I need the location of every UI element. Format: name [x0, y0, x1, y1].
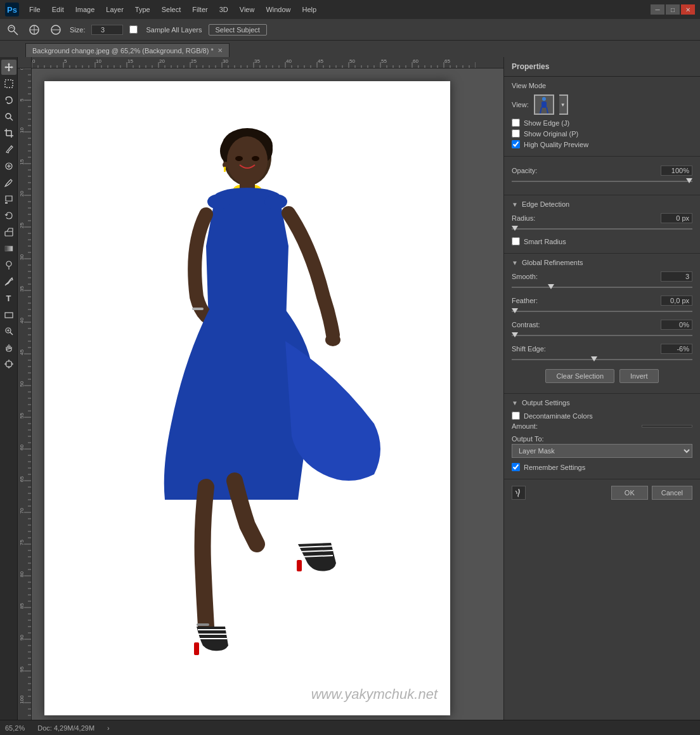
output-to-select[interactable]: Layer Mask New Layer New Layer with Laye…: [512, 444, 692, 458]
decontaminate-colors-checkbox[interactable]: [512, 412, 520, 420]
gradient-tool[interactable]: [1, 241, 16, 256]
sample-all-layers-checkbox[interactable]: [129, 25, 138, 34]
menu-help[interactable]: Help: [297, 4, 322, 15]
svg-rect-45: [197, 623, 209, 626]
menu-image[interactable]: Image: [70, 4, 100, 15]
shift-edge-thumb[interactable]: [591, 356, 597, 361]
show-original-checkbox[interactable]: [512, 129, 520, 138]
contrast-row: Contrast: 0%: [512, 320, 692, 330]
maximize-button[interactable]: □: [666, 4, 680, 15]
clear-selection-button[interactable]: Clear Selection: [545, 369, 614, 383]
close-button[interactable]: ✕: [681, 4, 695, 15]
show-edge-checkbox[interactable]: [512, 119, 520, 127]
edge-detection-title[interactable]: ▼ Edge Detection: [512, 200, 692, 208]
eraser-tool[interactable]: [1, 224, 16, 240]
view-preview-button[interactable]: [534, 94, 554, 115]
brush-mode-icon[interactable]: [27, 22, 42, 37]
menu-type[interactable]: Type: [130, 4, 155, 15]
svg-line-9: [10, 118, 13, 120]
contrast-thumb[interactable]: [512, 332, 518, 337]
dodge-tool[interactable]: [1, 257, 16, 273]
global-refinements-title[interactable]: ▼ Global Refinements: [512, 259, 692, 266]
heal-tool[interactable]: [1, 159, 16, 174]
amount-value[interactable]: [642, 425, 692, 427]
view-dropdown-arrow[interactable]: ▼: [559, 94, 568, 115]
shift-edge-row: Shift Edge: -6%: [512, 344, 692, 354]
tab-label: Background change.jpeg @ 65,2% (Backgrou…: [32, 47, 214, 55]
feather-label: Feather:: [512, 297, 538, 304]
history-brush-tool[interactable]: [1, 208, 16, 223]
canvas-area[interactable]: www.yakymchuk.net: [18, 57, 503, 720]
minimize-button[interactable]: ─: [651, 4, 664, 15]
output-settings-title[interactable]: ▼ Output Settings: [512, 399, 692, 407]
feather-slider[interactable]: [512, 307, 692, 316]
menu-window[interactable]: Window: [261, 4, 295, 15]
clone-tool[interactable]: [1, 192, 16, 207]
svg-rect-46: [297, 560, 302, 571]
opacity-value[interactable]: 100%: [661, 166, 692, 176]
feather-value[interactable]: 0,0 px: [661, 296, 692, 306]
svg-rect-22: [5, 313, 13, 318]
shift-edge-slider[interactable]: [512, 355, 692, 364]
status-bar: 65,2% Doc: 4,29M/4,29M ›: [0, 720, 700, 735]
nav-arrow[interactable]: ›: [107, 724, 110, 732]
hand-tool[interactable]: [1, 340, 16, 355]
contrast-slider[interactable]: [512, 331, 692, 340]
doc-size: Doc: 4,29M/4,29M: [37, 724, 94, 732]
radius-slider[interactable]: [512, 224, 692, 233]
high-quality-preview-checkbox[interactable]: [512, 140, 520, 148]
menu-select[interactable]: Select: [157, 4, 186, 15]
selection-tool[interactable]: [1, 76, 16, 91]
shape-tool[interactable]: [1, 307, 16, 322]
opacity-thumb[interactable]: [686, 178, 692, 183]
menu-file[interactable]: File: [24, 4, 46, 15]
feather-row: Feather: 0,0 px: [512, 296, 692, 306]
pen-tool[interactable]: [1, 274, 16, 289]
move-tool[interactable]: [1, 60, 16, 75]
smooth-thumb[interactable]: [548, 284, 554, 289]
global-refinements-section: ▼ Global Refinements Smooth: 3 Feather: …: [504, 254, 700, 394]
watermark: www.yakymchuk.net: [311, 686, 438, 703]
edge-detection-label: Edge Detection: [522, 200, 569, 208]
cancel-button[interactable]: Cancel: [652, 486, 692, 500]
menu-layer[interactable]: Layer: [101, 4, 129, 15]
shift-edge-value[interactable]: -6%: [661, 344, 692, 354]
contrast-value[interactable]: 0%: [661, 320, 692, 330]
size-input[interactable]: [91, 25, 123, 35]
type-tool[interactable]: T: [1, 290, 16, 306]
smooth-slider[interactable]: [512, 283, 692, 292]
close-tab-icon[interactable]: ✕: [217, 47, 223, 54]
svg-rect-51: [541, 101, 547, 108]
menu-edit[interactable]: Edit: [47, 4, 69, 15]
menu-filter[interactable]: Filter: [187, 4, 212, 15]
canvas-content[interactable]: www.yakymchuk.net: [32, 68, 503, 720]
view-row: View: ▼: [512, 94, 692, 115]
ok-button[interactable]: OK: [611, 486, 648, 500]
lasso-tool[interactable]: [1, 93, 16, 108]
smart-radius-checkbox[interactable]: [512, 237, 520, 245]
radius-thumb[interactable]: [512, 226, 518, 231]
smooth-value[interactable]: 3: [661, 271, 692, 282]
menu-view[interactable]: View: [235, 4, 260, 15]
refine-icon[interactable]: [512, 486, 526, 500]
select-subject-button[interactable]: Select Subject: [209, 24, 267, 36]
high-quality-preview-label: High Quality Preview: [524, 141, 588, 148]
smooth-row: Smooth: 3: [512, 271, 692, 282]
quick-selection-tool[interactable]: [1, 109, 16, 124]
ruler-corner: [18, 57, 32, 68]
zoom-tool[interactable]: [1, 323, 16, 339]
remember-settings-checkbox[interactable]: [512, 463, 520, 471]
subtract-mode-icon[interactable]: [48, 22, 63, 37]
opacity-slider[interactable]: [512, 177, 692, 186]
pan-tool[interactable]: [1, 356, 16, 372]
brush-tool[interactable]: [1, 175, 16, 190]
crop-tool[interactable]: [1, 126, 16, 141]
invert-button[interactable]: Invert: [619, 369, 659, 383]
eyedropper-tool[interactable]: [1, 142, 16, 157]
document-tab[interactable]: Background change.jpeg @ 65,2% (Backgrou…: [25, 43, 230, 57]
svg-point-19: [6, 261, 11, 266]
feather-thumb[interactable]: [512, 308, 518, 313]
opacity-row: Opacity: 100%: [512, 166, 692, 176]
menu-3d[interactable]: 3D: [214, 4, 233, 15]
radius-value[interactable]: 0 px: [661, 213, 692, 223]
